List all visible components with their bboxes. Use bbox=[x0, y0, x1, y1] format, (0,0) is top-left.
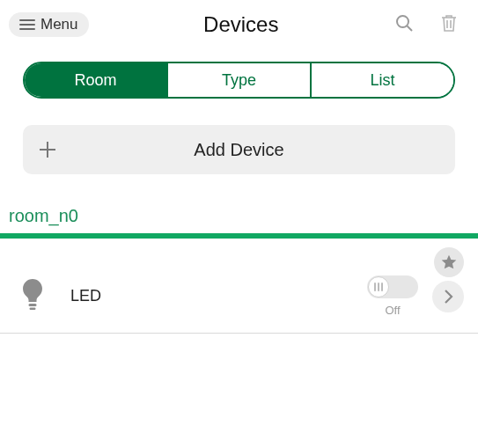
add-device-button[interactable]: Add Device bbox=[23, 125, 455, 174]
menu-label: Menu bbox=[40, 16, 78, 33]
hamburger-icon bbox=[19, 19, 35, 30]
header-actions bbox=[393, 12, 462, 37]
tab-list-label: List bbox=[370, 71, 394, 90]
svg-rect-6 bbox=[29, 304, 37, 306]
svg-line-1 bbox=[408, 26, 413, 32]
chevron-right-icon bbox=[442, 289, 454, 305]
device-name: LED bbox=[70, 287, 101, 305]
power-state-label: Off bbox=[385, 304, 400, 317]
star-icon bbox=[440, 253, 458, 271]
room-heading: room_n0 bbox=[0, 174, 478, 233]
tab-type-label: Type bbox=[222, 71, 256, 90]
search-icon[interactable] bbox=[393, 12, 415, 37]
tab-type[interactable]: Type bbox=[166, 63, 310, 97]
menu-button[interactable]: Menu bbox=[9, 12, 89, 37]
lightbulb-icon bbox=[19, 277, 46, 316]
power-toggle[interactable] bbox=[367, 275, 418, 298]
svg-rect-7 bbox=[30, 307, 36, 310]
plus-icon bbox=[23, 140, 72, 159]
tab-room[interactable]: Room bbox=[25, 63, 166, 97]
page-title: Devices bbox=[89, 12, 393, 37]
view-tabs: Room Type List bbox=[0, 46, 478, 99]
svg-point-0 bbox=[397, 16, 408, 27]
favorite-button[interactable] bbox=[434, 247, 464, 277]
add-device-label: Add Device bbox=[72, 140, 455, 160]
tab-room-label: Room bbox=[74, 71, 116, 90]
trash-icon[interactable] bbox=[439, 12, 459, 37]
device-row: LED Off bbox=[0, 239, 478, 334]
tab-list[interactable]: List bbox=[310, 63, 453, 97]
device-detail-button[interactable] bbox=[432, 281, 464, 312]
header: Menu Devices bbox=[0, 0, 478, 46]
